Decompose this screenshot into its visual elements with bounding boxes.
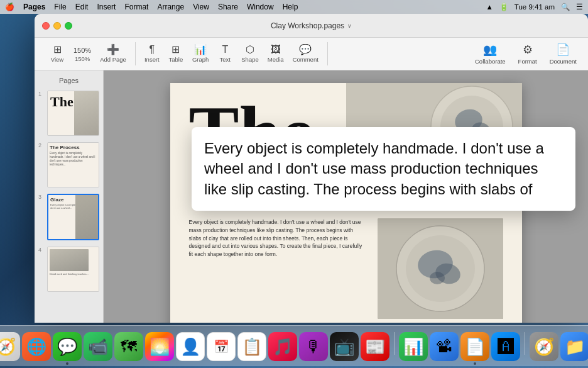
dock-icon-folder[interactable]: 📁 bbox=[560, 332, 588, 361]
table-icon: ⊞ bbox=[172, 45, 180, 55]
close-button[interactable] bbox=[42, 22, 50, 30]
media-icon: 🖼 bbox=[271, 45, 281, 55]
dock-icon-safari[interactable]: 🧭 bbox=[0, 332, 20, 361]
shape-button[interactable]: ⬡ Shape bbox=[237, 42, 262, 65]
reminders-icon: 📋 bbox=[242, 337, 262, 357]
dock-icon-calendar[interactable]: 📅 bbox=[207, 332, 236, 361]
dock: 🗂 🧭 🌐 💬 📹 🗺 🌅 👤 📅 📋 🎵 🎙 📺 📰 📊 bbox=[0, 325, 588, 365]
menu-help[interactable]: Help bbox=[283, 3, 298, 11]
menu-view[interactable]: View bbox=[193, 3, 209, 11]
comment-label: Comment bbox=[293, 56, 318, 63]
dock-icon-podcasts[interactable]: 🎙 bbox=[299, 332, 328, 361]
insert-icon: ¶ bbox=[150, 45, 155, 55]
view-button[interactable]: ⊞ View bbox=[46, 42, 68, 65]
add-page-label: Add Page bbox=[100, 56, 126, 63]
dock-icon-chrome[interactable]: 🌐 bbox=[22, 332, 51, 361]
dock-icon-contacts[interactable]: 👤 bbox=[176, 332, 205, 361]
compass-icon: 🧭 bbox=[534, 337, 554, 357]
menu-insert[interactable]: Insert bbox=[97, 3, 116, 11]
document-area[interactable]: The bbox=[104, 70, 588, 323]
menu-edit[interactable]: Edit bbox=[75, 3, 89, 11]
view-label: View bbox=[51, 56, 63, 63]
app-name[interactable]: Pages bbox=[23, 3, 45, 11]
podcasts-icon: 🎙 bbox=[305, 337, 322, 357]
collaborate-icon: 👥 bbox=[483, 43, 497, 57]
appstore-icon: 🅰 bbox=[498, 337, 514, 357]
comment-button[interactable]: 💬 Comment bbox=[289, 42, 322, 65]
page-content-section: Every object is completely handmade. I d… bbox=[170, 209, 522, 323]
add-page-button[interactable]: ➕ Add Page bbox=[96, 42, 130, 65]
dock-icon-numbers[interactable]: 📊 bbox=[399, 332, 428, 361]
page-thumb-1[interactable]: 1 The bbox=[37, 89, 101, 137]
collaborate-button[interactable]: 👥 Collaborate bbox=[470, 40, 511, 67]
shape-icon: ⬡ bbox=[246, 45, 254, 55]
dock-icon-photos[interactable]: 🌅 bbox=[145, 332, 174, 361]
page-thumb-2[interactable]: 2 The Process Every object is completely… bbox=[37, 141, 101, 189]
keynote-icon: 📽 bbox=[436, 337, 452, 357]
add-page-icon: ➕ bbox=[107, 45, 119, 55]
page-thumb-3[interactable]: 3 Glaze Every object is completely handm… bbox=[37, 192, 101, 242]
graph-button[interactable]: 📊 Graph bbox=[188, 42, 212, 65]
menu-arrange[interactable]: Arrange bbox=[157, 3, 184, 11]
document-label: Document bbox=[550, 58, 577, 65]
wifi-icon: ▲ bbox=[486, 3, 493, 11]
dock-icon-compass[interactable]: 🧭 bbox=[530, 332, 558, 361]
control-center-icon[interactable]: ☰ bbox=[576, 3, 583, 11]
document-icon: 📄 bbox=[556, 43, 570, 57]
dock-icon-keynote[interactable]: 📽 bbox=[430, 332, 459, 361]
comment-icon: 💬 bbox=[299, 45, 312, 55]
photo-illustration bbox=[378, 218, 503, 319]
document-button[interactable]: 📄 Document bbox=[545, 40, 582, 67]
page-photo bbox=[378, 218, 503, 319]
media-label: Media bbox=[268, 56, 284, 63]
dock-separator bbox=[394, 332, 395, 355]
contacts-icon: 👤 bbox=[180, 337, 200, 357]
safari-icon: 🧭 bbox=[0, 337, 16, 357]
menu-window[interactable]: Window bbox=[247, 3, 274, 11]
folder-icon: 📁 bbox=[565, 337, 585, 357]
dock-icon-reminders[interactable]: 📋 bbox=[237, 332, 266, 361]
dock-icon-facetime[interactable]: 📹 bbox=[84, 332, 112, 361]
photos-icon: 🌅 bbox=[150, 337, 170, 357]
insert-button[interactable]: ¶ Insert bbox=[141, 42, 163, 65]
graph-label: Graph bbox=[192, 56, 209, 63]
menu-share[interactable]: Share bbox=[218, 3, 238, 11]
menu-format[interactable]: Format bbox=[124, 3, 148, 11]
menubar: 🍎 Pages File Edit Insert Format Arrange … bbox=[0, 0, 588, 14]
title-chevron-icon[interactable]: ∨ bbox=[347, 23, 352, 29]
dock-icon-appletv[interactable]: 📺 bbox=[330, 332, 359, 361]
apple-menu[interactable]: 🍎 bbox=[5, 3, 14, 11]
thumb-img-2: The Process Every object is completely h… bbox=[47, 142, 99, 187]
dock-icon-messages[interactable]: 💬 bbox=[53, 332, 82, 361]
thumb-img-3: Glaze Every object is completely handmad… bbox=[47, 194, 99, 240]
maximize-button[interactable] bbox=[65, 22, 72, 30]
dock-icon-music[interactable]: 🎵 bbox=[268, 332, 297, 361]
traffic-lights bbox=[42, 22, 72, 30]
battery-icon: 🔋 bbox=[499, 3, 508, 11]
pages-active-dot bbox=[474, 362, 476, 365]
format-button[interactable]: ⚙ Format bbox=[513, 40, 542, 67]
numbers-icon: 📊 bbox=[403, 337, 423, 357]
toolbar-insert-group: ¶ Insert ⊞ Table 📊 Graph T Text ⬡ Shape … bbox=[136, 42, 328, 65]
shape-label: Shape bbox=[241, 56, 258, 63]
dock-icon-appstore[interactable]: 🅰 bbox=[491, 332, 520, 361]
messages-icon: 💬 bbox=[57, 337, 77, 357]
search-icon[interactable]: 🔍 bbox=[561, 3, 570, 11]
svg-point-14 bbox=[430, 272, 445, 284]
dock-icon-pages[interactable]: 📄 bbox=[460, 332, 489, 361]
minimize-button[interactable] bbox=[53, 22, 61, 30]
zoom-button[interactable]: 150% 150% bbox=[70, 43, 95, 65]
media-button[interactable]: 🖼 Media bbox=[264, 42, 288, 65]
dock-icon-news[interactable]: 📰 bbox=[361, 332, 389, 361]
page-thumb-4[interactable]: 4 Detail work and finishing touches... bbox=[37, 245, 101, 293]
appletv-icon: 📺 bbox=[334, 337, 354, 357]
text-button[interactable]: T Text bbox=[214, 42, 236, 65]
toolbar-right: 👥 Collaborate ⚙ Format 📄 Document bbox=[470, 40, 582, 67]
sidebar-label: Pages bbox=[37, 75, 101, 86]
accessibility-tooltip: Every object is completely handmade. I d… bbox=[192, 127, 575, 211]
dock-icon-maps[interactable]: 🗺 bbox=[114, 332, 143, 361]
window-title: Clay Workshop.pages bbox=[271, 21, 344, 30]
menu-file[interactable]: File bbox=[54, 3, 66, 11]
table-button[interactable]: ⊞ Table bbox=[165, 42, 187, 65]
titlebar: Clay Workshop.pages ∨ bbox=[35, 14, 588, 38]
